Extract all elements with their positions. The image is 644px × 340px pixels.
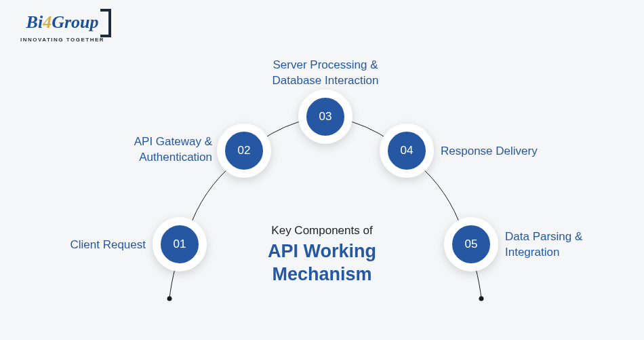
node-04: 04 bbox=[380, 124, 434, 178]
node-02: 02 bbox=[217, 124, 271, 178]
node-05: 05 bbox=[444, 217, 498, 271]
api-mechanism-diagram: 01 02 03 04 05 Client Request API Gatewa… bbox=[0, 0, 644, 340]
node-01: 01 bbox=[153, 217, 207, 271]
center-title: Key Components of API Working Mechanism bbox=[227, 224, 417, 286]
center-heading: API Working Mechanism bbox=[227, 240, 417, 286]
svg-point-1 bbox=[479, 297, 484, 301]
svg-point-0 bbox=[167, 297, 172, 301]
node-03-number: 03 bbox=[319, 110, 332, 124]
node-02-number: 02 bbox=[238, 144, 251, 157]
connector-lines bbox=[0, 0, 644, 340]
node-05-number: 05 bbox=[465, 238, 478, 251]
node-04-number: 04 bbox=[401, 144, 414, 157]
label-04: Response Delivery bbox=[441, 144, 563, 159]
label-02: API Gateway & Authentication bbox=[121, 134, 212, 166]
label-01: Client Request bbox=[51, 238, 146, 253]
node-01-number: 01 bbox=[174, 238, 186, 251]
node-03: 03 bbox=[298, 90, 353, 144]
center-subtitle: Key Components of bbox=[227, 224, 417, 238]
label-05: Data Parsing & Integration bbox=[505, 229, 600, 261]
label-03: Server Processing & Database Interaction bbox=[258, 58, 393, 89]
